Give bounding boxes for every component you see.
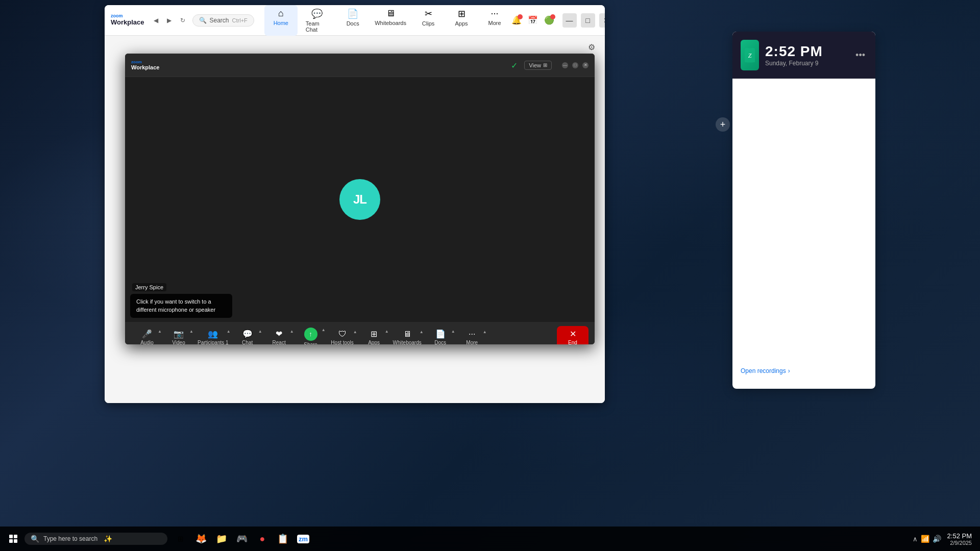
meeting-controls: 🎤 Audio ▲ 📷 Video ▲ 👥 Participants 1 ▲ 💬…: [125, 322, 595, 344]
system-tray-chevron[interactable]: ∧: [913, 535, 918, 543]
user-badge: [550, 14, 555, 19]
search-bar[interactable]: 🔍 Search Ctrl+F: [192, 14, 254, 27]
clock-info: 2:52 PM Sunday, February 9: [765, 43, 823, 67]
network-icon[interactable]: 📶: [921, 535, 929, 543]
end-icon: ✕: [570, 329, 576, 339]
clock-date: Sunday, February 9: [765, 60, 823, 67]
tooltip-box: Click if you want to switch to a differe…: [130, 294, 232, 318]
nav-item-docs[interactable]: 📄 Docs: [336, 5, 370, 36]
nav-item-home[interactable]: ⌂ Home: [264, 5, 298, 36]
notification-badge: [518, 14, 523, 19]
audio-control[interactable]: 🎤 Audio ▲: [131, 327, 163, 344]
steam-app-icon: 🎮: [236, 533, 248, 544]
maximize-button[interactable]: □: [581, 13, 595, 28]
taskbar-search-bar[interactable]: 🔍 Type here to search ✨: [24, 533, 167, 545]
participant-avatar: JL: [339, 179, 380, 220]
nav-item-clips[interactable]: ✂ Clips: [412, 5, 445, 36]
taskbar-app-icons: ⊞ 🦊 📁 🎮 ● 📋 zm: [172, 530, 312, 548]
nav-item-more[interactable]: ··· More: [478, 5, 511, 36]
participants-arrow-icon: ▲: [227, 329, 231, 334]
inner-minimize-button[interactable]: —: [562, 62, 568, 68]
video-icon: 📷: [174, 329, 184, 339]
panel-add-button[interactable]: +: [716, 117, 730, 132]
chat-control[interactable]: 💬 Chat ▲: [232, 327, 263, 344]
nav-back-button[interactable]: ◀: [151, 15, 162, 26]
clock-app-icon: Z: [741, 40, 759, 70]
search-placeholder: Type here to search: [43, 535, 97, 542]
chat-icon: 💬: [242, 329, 253, 339]
participants-control[interactable]: 👥 Participants 1 ▲: [194, 327, 232, 344]
inner-window-controls: — □ ✕: [562, 62, 589, 68]
nav-item-whiteboards[interactable]: 🖥 Whiteboards: [370, 5, 412, 36]
clock-widget: Z 2:52 PM Sunday, February 9 •••: [732, 32, 875, 79]
team-chat-icon: 💬: [311, 8, 323, 19]
meeting-area: JL Click if you want to switch to a diff…: [125, 77, 595, 322]
participants-icon: 👥: [208, 329, 218, 339]
whiteboards-meeting-control[interactable]: 🖥 Whiteboards ▲: [390, 328, 425, 345]
windows-logo-icon: [9, 535, 17, 543]
right-panel: Z 2:52 PM Sunday, February 9 ••• Open re…: [732, 32, 875, 389]
settings-button[interactable]: ⚙: [584, 40, 599, 54]
nav-item-apps[interactable]: ⊞ Apps: [445, 5, 478, 36]
share-control[interactable]: ↑ Share ▲: [295, 325, 327, 345]
home-icon: ⌂: [278, 8, 284, 19]
nav-item-team-chat[interactable]: 💬 Team Chat: [298, 5, 336, 36]
more-meeting-control[interactable]: ··· More ▲: [456, 328, 488, 345]
volume-icon[interactable]: 🔊: [933, 535, 941, 543]
react-control[interactable]: ❤ React ▲: [263, 327, 295, 344]
host-tools-control[interactable]: 🛡 Host tools ▲: [327, 328, 358, 345]
clips-icon: ✂: [425, 8, 432, 19]
inner-maximize-button[interactable]: □: [572, 62, 578, 68]
start-button[interactable]: [4, 530, 22, 548]
search-shortcut: Ctrl+F: [232, 17, 248, 23]
nav-forward-button[interactable]: ▶: [164, 15, 175, 26]
firefox-app-icon: 🦊: [195, 533, 207, 544]
calendar-icon[interactable]: 📅: [528, 15, 538, 25]
more-meeting-icon: ···: [469, 330, 475, 339]
zoom-meeting-window: zoom Workplace ✓ View ⊞ — □ ✕ JL: [125, 54, 595, 344]
app6-icon[interactable]: 📋: [274, 530, 292, 548]
video-arrow-icon: ▲: [189, 329, 193, 334]
security-shield-icon: ✓: [511, 61, 520, 70]
whiteboards-meeting-arrow-icon: ▲: [420, 330, 424, 334]
notification-area: ∧ 📶 🔊: [913, 535, 941, 543]
taskbar: 🔍 Type here to search ✨ ⊞ 🦊 📁 🎮 ● 📋: [0, 527, 980, 551]
nav-arrows: ◀ ▶ ↻: [151, 15, 188, 26]
folder-icon: 📁: [216, 533, 227, 544]
app5-app-icon: ●: [260, 534, 265, 544]
nav-refresh-button[interactable]: ↻: [177, 15, 188, 26]
open-recordings-button[interactable]: Open recordings ›: [732, 363, 798, 379]
task-view-button[interactable]: ⊞: [172, 530, 190, 548]
file-explorer-icon[interactable]: 📁: [212, 530, 231, 548]
close-button[interactable]: ✕: [599, 13, 605, 28]
end-call-button[interactable]: ✕ End: [557, 326, 589, 344]
whiteboards-icon: 🖥: [386, 8, 395, 19]
host-tools-icon: 🛡: [338, 330, 347, 339]
panel-options-button[interactable]: •••: [853, 48, 867, 63]
inner-zoom-logo: zoom Workplace: [131, 60, 159, 70]
apps-meeting-control[interactable]: ⊞ Apps ▲: [358, 327, 390, 344]
desktop: zoom Workplace ◀ ▶ ↻ 🔍 Search Ctrl+F ⌂ H…: [0, 0, 980, 551]
inner-close-button[interactable]: ✕: [582, 62, 589, 68]
apps-meeting-icon: ⊞: [371, 329, 377, 339]
steam-icon[interactable]: 🎮: [233, 530, 251, 548]
firefox-icon[interactable]: 🦊: [192, 530, 210, 548]
more-meeting-arrow-icon: ▲: [483, 330, 487, 334]
docs-meeting-control[interactable]: 📄 Docs ▲: [425, 327, 456, 344]
task-view-icon: ⊞: [178, 535, 184, 543]
video-control[interactable]: 📷 Video ▲: [163, 327, 194, 344]
docs-meeting-icon: 📄: [435, 329, 446, 339]
zoom-taskbar-icon[interactable]: zm: [294, 530, 312, 548]
taskbar-clock[interactable]: 2:52 PM 2/9/2025: [947, 532, 972, 546]
view-grid-icon: ⊞: [543, 62, 547, 68]
app5-icon[interactable]: ●: [253, 530, 272, 548]
docs-icon: 📄: [347, 8, 358, 19]
apps-meeting-arrow-icon: ▲: [385, 329, 389, 334]
outer-nav: ⌂ Home 💬 Team Chat 📄 Docs 🖥 Whiteboards …: [264, 5, 511, 36]
zoom-app-icon: zm: [297, 535, 309, 543]
participant-name: Jerry Spice: [132, 283, 166, 291]
taskbar-right: ∧ 📶 🔊 2:52 PM 2/9/2025: [913, 532, 976, 546]
view-button[interactable]: View ⊞: [524, 61, 552, 70]
minimize-button[interactable]: —: [562, 13, 577, 28]
search-icon: 🔍: [199, 17, 207, 24]
